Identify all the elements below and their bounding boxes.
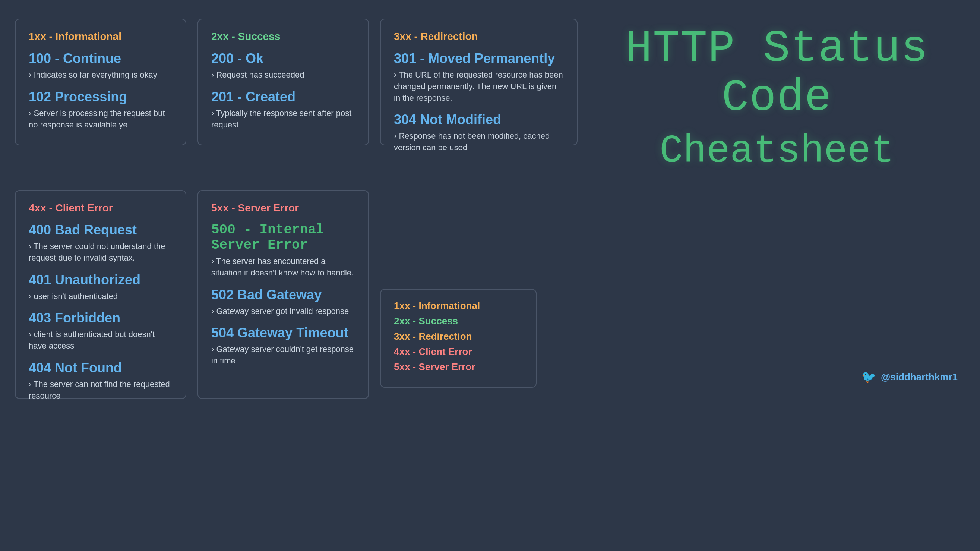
- card-4xx: 4xx - Client Error 400 Bad Request › The…: [15, 190, 186, 399]
- legend-1xx: 1xx - Informational: [394, 300, 523, 312]
- code-301: 301 - Moved Permanently: [394, 51, 564, 66]
- code-504: 504 Gateway Timeout: [211, 325, 355, 341]
- desc-200: › Request has succeeded: [211, 69, 355, 81]
- desc-401: › user isn't authenticated: [29, 291, 172, 303]
- desc-403: › client is authenticated but doesn't ha…: [29, 329, 172, 352]
- main-title: HTTP Status Code Cheatsheet: [589, 24, 965, 174]
- card-5xx: 5xx - Server Error 500 - Internal Server…: [197, 190, 369, 399]
- legend-3xx: 3xx - Redirection: [394, 331, 523, 342]
- category-5xx: 5xx - Server Error: [211, 202, 355, 214]
- legend-2xx: 2xx - Success: [394, 315, 523, 327]
- twitter-handle: 🐦 @siddharthkmr1: [862, 370, 965, 388]
- category-1xx: 1xx - Informational: [29, 30, 172, 43]
- desc-500: › The server has encountered a situation…: [211, 256, 355, 279]
- legend-4xx: 4xx - Client Error: [394, 346, 523, 358]
- code-200: 200 - Ok: [211, 51, 355, 66]
- desc-400: › The server could not understand the re…: [29, 241, 172, 264]
- desc-404: › The server can not find the requested …: [29, 379, 172, 402]
- code-102: 102 Processing: [29, 89, 172, 105]
- desc-504: › Gateway server couldn't get response i…: [211, 344, 355, 367]
- title-line1: HTTP Status Code: [589, 24, 965, 123]
- desc-304: › Response has not been modified, cached…: [394, 131, 564, 154]
- legend-5xx: 5xx - Server Error: [394, 361, 523, 373]
- twitter-icon: 🐦: [862, 370, 877, 384]
- code-100: 100 - Continue: [29, 51, 172, 66]
- title-area: HTTP Status Code Cheatsheet: [589, 19, 965, 179]
- desc-201: › Typically the response sent after post…: [211, 108, 355, 131]
- code-403: 403 Forbidden: [29, 310, 172, 326]
- code-502: 502 Bad Gateway: [211, 287, 355, 303]
- code-404: 404 Not Found: [29, 360, 172, 376]
- code-401: 401 Unauthorized: [29, 272, 172, 288]
- category-4xx: 4xx - Client Error: [29, 202, 172, 214]
- code-201: 201 - Created: [211, 89, 355, 105]
- desc-301: › The URL of the requested resource has …: [394, 69, 564, 104]
- title-line2: Cheatsheet: [589, 130, 965, 174]
- twitter-username: @siddharthkmr1: [881, 371, 958, 383]
- desc-100: › Indicates so far everything is okay: [29, 69, 172, 81]
- code-400: 400 Bad Request: [29, 222, 172, 238]
- spacer: [15, 156, 369, 179]
- card-3xx: 3xx - Redirection 301 - Moved Permanentl…: [380, 19, 578, 145]
- category-3xx: 3xx - Redirection: [394, 30, 564, 43]
- code-500: 500 - Internal Server Error: [211, 222, 355, 253]
- legend-card: 1xx - Informational 2xx - Success 3xx - …: [380, 289, 536, 388]
- code-304: 304 Not Modified: [394, 112, 564, 127]
- desc-102: › Server is processing the request but n…: [29, 108, 172, 131]
- category-2xx: 2xx - Success: [211, 30, 355, 43]
- legend-area: 1xx - Informational 2xx - Success 3xx - …: [380, 190, 965, 399]
- desc-502: › Gateway server got invalid response: [211, 306, 355, 317]
- card-2xx: 2xx - Success 200 - Ok › Request has suc…: [197, 19, 369, 145]
- card-1xx: 1xx - Informational 100 - Continue › Ind…: [15, 19, 186, 145]
